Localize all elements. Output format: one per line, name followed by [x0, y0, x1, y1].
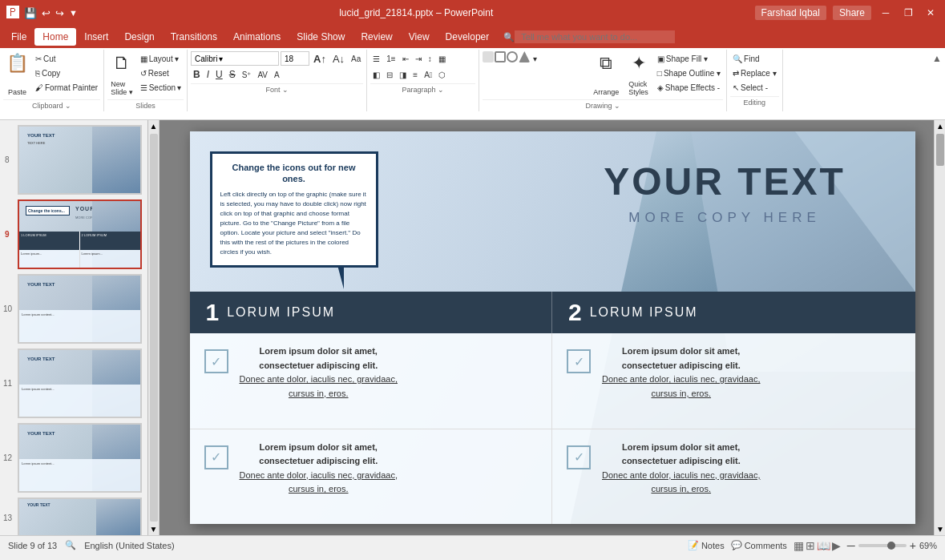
- text-shadow-button[interactable]: S⁺: [240, 67, 254, 82]
- font-size-selector[interactable]: 18: [281, 51, 309, 66]
- notes-button[interactable]: 📝 Notes: [688, 540, 725, 550]
- section-button[interactable]: ☰ Section ▾: [138, 80, 184, 95]
- font-increase-button[interactable]: A↑: [311, 51, 329, 66]
- customize-icon[interactable]: ▼: [69, 8, 78, 18]
- cut-button[interactable]: ✂ Cut: [33, 51, 100, 66]
- select-button[interactable]: ↖ Select -: [730, 80, 778, 95]
- new-slide-button[interactable]: 🗋 NewSlide ▾: [107, 51, 136, 98]
- underline-button[interactable]: U: [213, 67, 225, 82]
- font-decrease-button[interactable]: A↓: [330, 51, 347, 66]
- redo-icon[interactable]: ↪: [55, 7, 64, 19]
- shape-button[interactable]: [483, 51, 494, 62]
- slide-thumb-8[interactable]: YOUR TEXT TEXT HERE: [18, 125, 142, 195]
- justify-button[interactable]: ≡: [410, 67, 420, 82]
- slideshow-button[interactable]: ▶: [832, 539, 841, 552]
- undo-icon[interactable]: ↩: [42, 7, 50, 19]
- shape-fill-icon: ▣: [657, 54, 664, 63]
- search-input[interactable]: [515, 30, 675, 43]
- shape-effects-button[interactable]: ◈ Shape Effects -: [655, 80, 723, 95]
- close-button[interactable]: ✕: [923, 5, 939, 21]
- font-name-selector[interactable]: Calibri ▾: [191, 51, 279, 66]
- menu-file[interactable]: File: [3, 28, 34, 46]
- align-center-button[interactable]: ⊟: [384, 67, 395, 82]
- checkbox-2-2: ✓: [567, 445, 591, 469]
- paste-button[interactable]: 📋 Paste: [3, 51, 31, 98]
- shape-outline-button[interactable]: □ Shape Outline ▾: [655, 66, 723, 80]
- scroll-track[interactable]: [150, 134, 158, 522]
- menu-view[interactable]: View: [401, 28, 438, 46]
- reset-button[interactable]: ↺ Reset: [138, 66, 184, 80]
- slide-callout[interactable]: Change the icons out for new ones. Left …: [210, 151, 378, 268]
- convert-to-smartart-button[interactable]: ⬡: [436, 67, 448, 82]
- replace-button[interactable]: ⇄ Replace ▾: [730, 66, 778, 80]
- columns-button[interactable]: ▦: [436, 51, 448, 66]
- arrange-button[interactable]: ⧉ Arrange: [590, 51, 622, 98]
- shape-fill-button[interactable]: ▣ Shape Fill ▾: [655, 51, 723, 66]
- shape-button[interactable]: [495, 51, 506, 62]
- layout-button[interactable]: ▦ Layout ▾: [138, 51, 184, 66]
- canvas-scrollbar-right[interactable]: ▲ ▼: [934, 120, 945, 535]
- slide-thumb-11[interactable]: YOUR TEXT Lorem ipsum content...: [18, 348, 142, 418]
- canvas-scroll-up[interactable]: ▲: [935, 120, 945, 132]
- menu-slideshow[interactable]: Slide Show: [289, 28, 353, 46]
- quick-styles-button[interactable]: ✦ QuickStyles: [625, 51, 652, 98]
- reading-view-button[interactable]: 📖: [817, 539, 830, 552]
- decrease-indent-button[interactable]: ⇤: [400, 51, 411, 66]
- clear-formatting-button[interactable]: Aa: [349, 51, 363, 66]
- restore-button[interactable]: ❐: [900, 5, 916, 21]
- slide-panel-scrollbar[interactable]: ▲ ▼: [148, 120, 160, 535]
- clipboard-label: Clipboard ⌄: [3, 99, 100, 111]
- bold-button[interactable]: B: [191, 67, 203, 82]
- zoom-level[interactable]: 69%: [919, 541, 937, 550]
- slide-thumb-13[interactable]: YOUR TEXT: [18, 498, 142, 535]
- comments-button[interactable]: 💬 Comments: [731, 540, 787, 550]
- title-bar-quick-access: 🅿 💾 ↩ ↪ ▼: [6, 6, 78, 20]
- font-color-button[interactable]: A: [272, 67, 282, 82]
- canvas-scroll-thumb[interactable]: [936, 134, 944, 166]
- canvas-scroll-down[interactable]: ▼: [935, 523, 945, 535]
- slide-sorter-button[interactable]: ⊞: [806, 539, 815, 552]
- save-icon[interactable]: 💾: [24, 7, 37, 19]
- section-2-label: LORUM IPSUM: [590, 305, 698, 320]
- user-name[interactable]: Farshad Iqbal: [755, 6, 826, 20]
- copy-button[interactable]: ⎘ Copy: [33, 66, 100, 80]
- slide-status-icon[interactable]: 🔍: [65, 540, 76, 550]
- slide-thumb-12[interactable]: YOUR TEXT Lorem ipsum content...: [18, 423, 142, 493]
- slide-8-number: 8: [5, 155, 10, 164]
- zoom-out-button[interactable]: ─: [847, 539, 855, 552]
- menu-review[interactable]: Review: [353, 28, 400, 46]
- slide-content-grid: 1 LORUM IPSUM 2 LORUM IPSUM ✓ Lorem ipsu…: [190, 292, 915, 524]
- numbered-list-button[interactable]: 1≡: [384, 51, 398, 66]
- menu-design[interactable]: Design: [116, 28, 162, 46]
- bullet-list-button[interactable]: ☰: [370, 51, 382, 66]
- minimize-button[interactable]: ─: [878, 5, 894, 21]
- menu-developer[interactable]: Developer: [438, 28, 498, 46]
- menu-transitions[interactable]: Transitions: [163, 28, 225, 46]
- align-right-button[interactable]: ◨: [397, 67, 409, 82]
- shape-button[interactable]: [507, 51, 518, 62]
- share-button[interactable]: Share: [833, 6, 871, 20]
- line-spacing-button[interactable]: ↕: [426, 51, 434, 66]
- strikethrough-button[interactable]: S: [227, 67, 238, 82]
- menu-home[interactable]: Home: [34, 28, 76, 46]
- scroll-up-button[interactable]: ▲: [148, 120, 160, 132]
- increase-indent-button[interactable]: ⇥: [413, 51, 424, 66]
- slide-thumb-10[interactable]: YOUR TEXT Lorem ipsum content...: [18, 274, 142, 344]
- shape-button[interactable]: [519, 51, 530, 62]
- normal-view-button[interactable]: ▦: [794, 539, 804, 552]
- align-left-button[interactable]: ◧: [370, 67, 382, 82]
- text-direction-button[interactable]: A⃝: [422, 67, 434, 82]
- italic-button[interactable]: I: [204, 67, 212, 82]
- collapse-ribbon-button[interactable]: ▲: [932, 53, 942, 64]
- slide-thumb-9[interactable]: Change the icons... YOUR TEXT MORE COPY …: [18, 199, 142, 269]
- menu-insert[interactable]: Insert: [76, 28, 116, 46]
- menu-animations[interactable]: Animations: [225, 28, 289, 46]
- shapes-gallery[interactable]: ▾: [531, 51, 539, 66]
- scroll-down-button[interactable]: ▼: [148, 523, 160, 535]
- ribbon: 📋 Paste ✂ Cut ⎘ Copy 🖌 Format Painter Cl…: [0, 48, 945, 120]
- zoom-slider[interactable]: [858, 544, 907, 547]
- zoom-in-button[interactable]: +: [910, 539, 916, 552]
- find-button[interactable]: 🔍 Find: [730, 51, 778, 66]
- character-spacing-button[interactable]: AV: [255, 67, 270, 82]
- format-painter-button[interactable]: 🖌 Format Painter: [33, 80, 100, 95]
